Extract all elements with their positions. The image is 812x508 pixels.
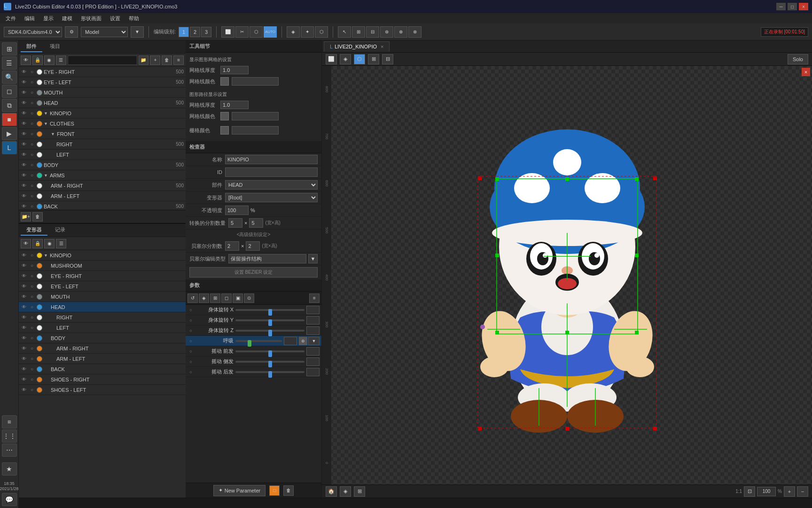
param-thumb[interactable] <box>268 309 272 316</box>
param-tool-6[interactable]: ⊙ <box>244 294 254 303</box>
mesh-thickness-2-input[interactable] <box>220 101 249 109</box>
eye-icon[interactable]: 👁 <box>21 172 27 179</box>
deformer-item[interactable]: 👁 ○ SHOES - RIGHT <box>19 374 186 385</box>
tool-btn-4[interactable]: ◈ <box>287 26 300 38</box>
zoom-minus-btn[interactable]: − <box>797 486 808 497</box>
menu-edit[interactable]: 编辑 <box>21 14 39 23</box>
eye-icon[interactable]: 👁 <box>21 79 27 86</box>
param-tool-3[interactable]: ⊞ <box>210 294 220 303</box>
eye-icon[interactable]: 👁 <box>21 387 27 393</box>
tool-btn-3[interactable]: ⬡ <box>250 26 263 38</box>
inspector-id-input[interactable] <box>225 167 318 177</box>
tab-project[interactable]: 项目 <box>44 41 66 52</box>
param-slider[interactable] <box>235 338 282 344</box>
minimize-btn[interactable]: ─ <box>776 3 786 10</box>
level-btn-1[interactable]: 1 <box>179 27 189 37</box>
eye-icon[interactable]: 👁 <box>21 131 27 137</box>
layer-item[interactable]: 👁 ○ BACK 500 <box>19 201 186 210</box>
sidebar-search-btn[interactable]: 🔍 <box>2 71 17 84</box>
param-slider[interactable] <box>235 317 304 324</box>
bezier-type-btn[interactable]: ▼ <box>308 254 318 263</box>
new-parameter-btn[interactable]: ✦ New Parameter <box>213 485 265 496</box>
zoom-plus-btn[interactable]: + <box>784 486 795 497</box>
sdk-settings-btn[interactable]: ⚙ <box>65 26 78 38</box>
layer-item[interactable]: 👁 ○ ▼ ARMS <box>19 170 186 181</box>
tool-btn-7[interactable]: ↖ <box>338 26 351 38</box>
menu-settings[interactable]: 设置 <box>106 14 124 23</box>
eye-icon[interactable]: 👁 <box>21 262 27 269</box>
deformer-item[interactable]: 👁 ○ RIGHT <box>19 312 186 323</box>
param-lock-btn[interactable]: ○ <box>187 369 194 375</box>
tool-btn-8[interactable]: ⊞ <box>352 26 365 38</box>
deformer-item[interactable]: 👁 ○ ARM - LEFT <box>19 354 186 364</box>
tool-btn-11[interactable]: ⊕ <box>394 26 407 38</box>
sidebar-deform-btn[interactable]: ⧉ <box>2 99 17 112</box>
inspector-opacity-input[interactable] <box>225 206 249 215</box>
sidebar-grid2-btn[interactable]: ⊞ <box>2 415 17 429</box>
tab-deformer[interactable]: 变形器 <box>21 225 47 236</box>
sidebar-model-btn[interactable]: ■ <box>2 113 17 126</box>
mesh-thickness-1-input[interactable] <box>220 66 249 74</box>
sidebar-anim-btn[interactable]: ▶ <box>2 127 17 140</box>
inspector-div-x[interactable] <box>228 218 242 228</box>
model-selector[interactable]: Model <box>81 27 128 37</box>
tool-btn-9[interactable]: ⊟ <box>366 26 379 38</box>
vp-foot-btn-2[interactable]: ◈ <box>340 486 351 497</box>
grid-color-swatch[interactable] <box>220 126 229 135</box>
param-lock-btn[interactable]: ○ <box>187 307 194 313</box>
sdk-selector[interactable]: SDK4.0/Cubism4.0 <box>4 27 62 37</box>
param-thumb-green[interactable] <box>248 340 251 347</box>
param-tool-2[interactable]: ◈ <box>199 294 209 303</box>
sidebar-live-btn[interactable]: L <box>2 141 17 154</box>
list2-btn[interactable]: ☰ <box>56 239 66 248</box>
tool-btn-1[interactable]: ⬜ <box>221 26 234 38</box>
mesh-color-1-swatch[interactable] <box>220 77 229 86</box>
eye-icon[interactable]: 👁 <box>21 151 27 158</box>
tool-btn-10[interactable]: ⊛ <box>380 26 393 38</box>
tool-btn-auto[interactable]: AUTO <box>264 26 277 38</box>
view-tool-5[interactable]: ⊟ <box>382 54 393 64</box>
layer-item[interactable]: 👁 ○ RIGHT 500 <box>19 139 186 150</box>
deformer-item[interactable]: 👁 ○ HEAD <box>19 302 186 312</box>
eye-icon[interactable]: 👁 <box>21 162 27 168</box>
menu-view[interactable]: 显示 <box>39 14 57 23</box>
param-slider[interactable] <box>235 307 304 313</box>
eye-icon[interactable]: 👁 <box>21 335 27 341</box>
eye-icon[interactable]: 👁 <box>21 356 27 362</box>
vp-foot-btn-3[interactable]: ⊞ <box>354 486 365 497</box>
add-btn[interactable]: + <box>150 56 160 65</box>
sidebar-shape-btn[interactable]: ◻ <box>2 85 17 98</box>
deformer-item[interactable]: 👁 ○ EYE - LEFT <box>19 281 186 292</box>
param-tool-4[interactable]: ◻ <box>221 294 232 303</box>
layer-item[interactable]: 👁 ○ HEAD 500 <box>19 98 186 108</box>
bezier-type-input[interactable] <box>228 254 306 263</box>
menu-file[interactable]: 文件 <box>2 14 20 23</box>
view-tool-3[interactable]: ⬡ <box>354 54 365 64</box>
param-lock-btn[interactable]: ○ <box>187 327 194 334</box>
solo-btn[interactable]: Solo <box>788 54 808 64</box>
param-lock-btn[interactable]: ○ <box>187 338 194 344</box>
layer-item[interactable]: 👁 ○ EYE - LEFT 500 <box>19 77 186 87</box>
eye-icon[interactable]: 👁 <box>21 193 27 199</box>
lock-btn[interactable]: 🔒 <box>32 239 43 248</box>
layer-item[interactable]: 👁 ○ ▼ KINOPIO <box>19 108 186 119</box>
param-slider[interactable] <box>235 348 304 355</box>
bezier-x[interactable] <box>225 241 239 251</box>
param-thumb[interactable] <box>268 371 272 378</box>
tool-btn-5[interactable]: ✦ <box>301 26 314 38</box>
bezier-y[interactable] <box>246 241 260 251</box>
viewport-canvas[interactable]: 800 700 600 500 400 300 200 100 0 <box>322 66 812 484</box>
viewport-close-btn[interactable]: × <box>802 68 810 76</box>
add-part-btn[interactable]: 📁+ <box>21 212 31 222</box>
color-all-btn[interactable]: ◉ <box>44 56 55 65</box>
param-lock-btn[interactable]: ○ <box>187 358 194 365</box>
param-thumb[interactable] <box>268 319 272 326</box>
viewport-tab-close[interactable]: × <box>381 44 383 49</box>
tool-btn-2[interactable]: ✂ <box>235 26 249 38</box>
tool-btn-6[interactable]: ⬡ <box>315 26 328 38</box>
sidebar-dots-btn[interactable]: ⋮⋮ <box>2 429 17 443</box>
list-btn[interactable]: ☰ <box>56 56 66 65</box>
deformer-item[interactable]: 👁 ○ ARM - RIGHT <box>19 343 186 354</box>
inspector-part-select[interactable]: HEAD <box>225 180 318 190</box>
menu-help[interactable]: 帮助 <box>125 14 143 23</box>
